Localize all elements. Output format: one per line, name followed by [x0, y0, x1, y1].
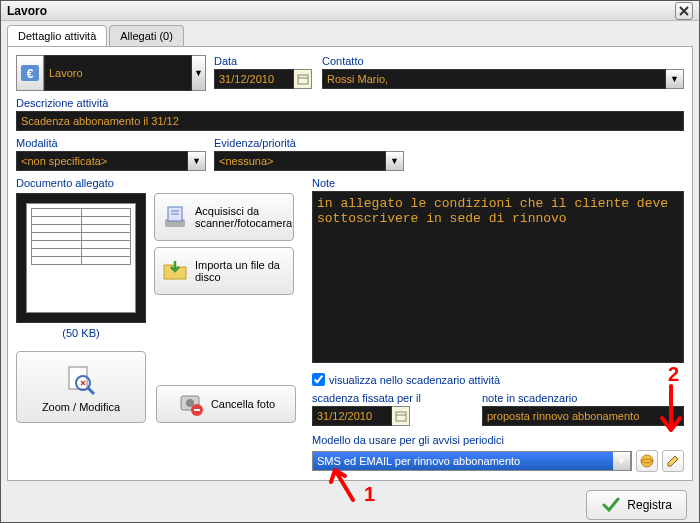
magnifier-icon	[63, 361, 99, 397]
deadline-label: scadenza fissata per il	[312, 392, 462, 404]
import-button[interactable]: Importa un file da disco	[154, 247, 294, 295]
contact-label: Contatto	[322, 55, 684, 67]
priority-dropdown-button[interactable]: ▼	[386, 151, 404, 171]
folder-import-icon	[161, 255, 189, 287]
mode-dropdown-button[interactable]: ▼	[188, 151, 206, 171]
footer: Registra	[1, 487, 699, 522]
note-textarea[interactable]	[312, 191, 684, 363]
schedule-checkbox[interactable]	[312, 373, 325, 386]
svg-point-14	[641, 455, 653, 467]
svg-rect-12	[396, 412, 406, 421]
pencil-icon	[665, 453, 681, 469]
mode-label: Modalità	[16, 137, 206, 149]
svg-text:€: €	[27, 67, 34, 81]
document-thumbnail[interactable]	[16, 193, 146, 323]
zoom-modify-button[interactable]: Zoom / Modifica	[16, 351, 146, 423]
check-icon	[601, 495, 621, 515]
model-edit-button[interactable]	[662, 450, 684, 472]
svg-line-8	[88, 388, 94, 394]
date-label: Data	[214, 55, 314, 67]
scanner-icon	[161, 201, 189, 233]
model-combo-value: SMS ed EMAIL per rinnovo abbonamento	[313, 452, 613, 470]
calendar-icon	[297, 73, 309, 85]
model-combo[interactable]: SMS ed EMAIL per rinnovo abbonamento ▼	[312, 451, 632, 471]
model-view-button[interactable]	[636, 450, 658, 472]
type-input[interactable]	[44, 55, 192, 91]
tab-bar: Dettaglio attività Allegati (0)	[1, 21, 699, 46]
description-input[interactable]	[16, 111, 684, 131]
tab-detail[interactable]: Dettaglio attività	[7, 25, 107, 46]
note-label: Note	[312, 177, 684, 189]
deadline-date-picker-button[interactable]	[392, 406, 410, 426]
cancel-button-label: Cancella foto	[211, 398, 275, 410]
priority-input[interactable]	[214, 151, 386, 171]
mode-input[interactable]	[16, 151, 188, 171]
deadline-date-input[interactable]	[312, 406, 392, 426]
delete-photo-icon	[177, 390, 205, 418]
svg-rect-2	[298, 75, 308, 84]
document-label: Documento allegato	[16, 177, 302, 189]
schedule-note-input[interactable]	[482, 406, 684, 426]
window-title: Lavoro	[7, 4, 47, 18]
close-button[interactable]	[675, 2, 693, 20]
priority-label: Evidenza/priorità	[214, 137, 404, 149]
calendar-icon	[395, 410, 407, 422]
register-button-label: Registra	[627, 498, 672, 512]
tab-attachments[interactable]: Allegati (0)	[109, 25, 184, 46]
content-panel: € ▼ Data Contatto ▼	[7, 46, 693, 481]
schedule-checkbox-label[interactable]: visualizza nello scadenzario attività	[329, 374, 500, 386]
contact-dropdown-button[interactable]: ▼	[666, 69, 684, 89]
contact-input[interactable]	[322, 69, 666, 89]
model-dropdown-button[interactable]: ▼	[613, 451, 631, 471]
globe-icon	[639, 453, 655, 469]
description-label: Descrizione attività	[16, 97, 684, 109]
schedule-note-label: note in scadenzario	[482, 392, 684, 404]
scan-button-label: Acquisisci da scanner/fotocamera	[195, 205, 292, 229]
type-dropdown-button[interactable]: ▼	[192, 55, 206, 91]
type-icon: €	[16, 55, 44, 91]
register-button[interactable]: Registra	[586, 490, 687, 520]
file-size-label: (50 KB)	[16, 327, 146, 339]
scan-button[interactable]: Acquisisci da scanner/fotocamera	[154, 193, 294, 241]
model-label: Modello da usare per gli avvisi periodic…	[312, 434, 684, 446]
cancel-photo-button[interactable]: Cancella foto	[156, 385, 296, 423]
titlebar: Lavoro	[1, 1, 699, 21]
date-input[interactable]	[214, 69, 294, 89]
close-icon	[679, 6, 689, 16]
import-button-label: Importa un file da disco	[195, 259, 287, 283]
zoom-button-label: Zoom / Modifica	[42, 401, 120, 413]
date-picker-button[interactable]	[294, 69, 312, 89]
